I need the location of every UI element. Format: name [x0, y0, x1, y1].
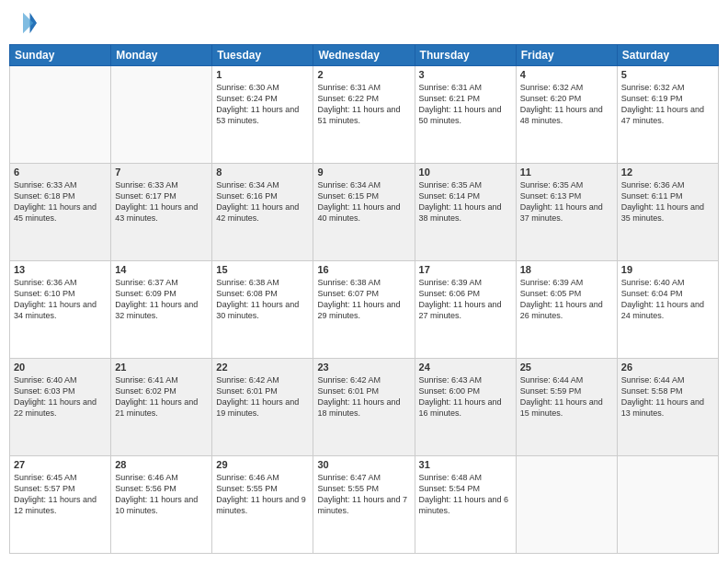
calendar-cell: 20Sunrise: 6:40 AM Sunset: 6:03 PM Dayli…: [10, 359, 111, 456]
weekday-header: Tuesday: [212, 45, 313, 66]
calendar-cell: 15Sunrise: 6:38 AM Sunset: 6:08 PM Dayli…: [212, 261, 313, 359]
day-number: 5: [621, 69, 714, 80]
weekday-header: Wednesday: [313, 45, 415, 66]
day-number: 7: [115, 167, 208, 178]
calendar-row: 1Sunrise: 6:30 AM Sunset: 6:24 PM Daylig…: [10, 66, 719, 164]
day-number: 12: [621, 167, 714, 178]
calendar-cell: 13Sunrise: 6:36 AM Sunset: 6:10 PM Dayli…: [10, 261, 111, 359]
calendar-row: 13Sunrise: 6:36 AM Sunset: 6:10 PM Dayli…: [10, 261, 719, 359]
cell-content: Sunrise: 6:30 AM Sunset: 6:24 PM Dayligh…: [216, 82, 309, 127]
cell-content: Sunrise: 6:38 AM Sunset: 6:08 PM Dayligh…: [216, 277, 309, 322]
calendar-row: 6Sunrise: 6:33 AM Sunset: 6:18 PM Daylig…: [10, 164, 719, 261]
calendar-cell: 25Sunrise: 6:44 AM Sunset: 5:59 PM Dayli…: [516, 359, 617, 456]
cell-content: Sunrise: 6:37 AM Sunset: 6:09 PM Dayligh…: [115, 277, 208, 322]
day-number: 19: [621, 264, 714, 275]
day-number: 29: [216, 459, 309, 470]
calendar-cell: 17Sunrise: 6:39 AM Sunset: 6:06 PM Dayli…: [415, 261, 516, 359]
cell-content: Sunrise: 6:39 AM Sunset: 6:06 PM Dayligh…: [419, 277, 512, 322]
weekday-header: Sunday: [10, 45, 111, 66]
cell-content: Sunrise: 6:46 AM Sunset: 5:56 PM Dayligh…: [115, 472, 208, 517]
day-number: 20: [14, 362, 107, 373]
cell-content: Sunrise: 6:42 AM Sunset: 6:01 PM Dayligh…: [216, 374, 309, 419]
day-number: 11: [520, 167, 613, 178]
calendar-cell: 31Sunrise: 6:48 AM Sunset: 5:54 PM Dayli…: [415, 456, 516, 554]
day-number: 14: [115, 264, 208, 275]
day-number: 18: [520, 264, 613, 275]
day-number: 1: [216, 69, 309, 80]
calendar-cell: 24Sunrise: 6:43 AM Sunset: 6:00 PM Dayli…: [415, 359, 516, 456]
day-number: 13: [14, 264, 107, 275]
calendar-cell: 7Sunrise: 6:33 AM Sunset: 6:17 PM Daylig…: [111, 164, 212, 261]
calendar-cell: 11Sunrise: 6:35 AM Sunset: 6:13 PM Dayli…: [516, 164, 617, 261]
day-number: 9: [317, 167, 410, 178]
calendar-cell: 26Sunrise: 6:44 AM Sunset: 5:58 PM Dayli…: [617, 359, 718, 456]
calendar-cell: 29Sunrise: 6:46 AM Sunset: 5:55 PM Dayli…: [212, 456, 313, 554]
cell-content: Sunrise: 6:48 AM Sunset: 5:54 PM Dayligh…: [419, 472, 512, 517]
day-number: 25: [520, 362, 613, 373]
calendar-row: 20Sunrise: 6:40 AM Sunset: 6:03 PM Dayli…: [10, 359, 719, 456]
calendar-cell: 18Sunrise: 6:39 AM Sunset: 6:05 PM Dayli…: [516, 261, 617, 359]
cell-content: Sunrise: 6:34 AM Sunset: 6:15 PM Dayligh…: [317, 179, 410, 224]
cell-content: Sunrise: 6:47 AM Sunset: 5:55 PM Dayligh…: [317, 472, 410, 517]
day-number: 30: [317, 459, 410, 470]
cell-content: Sunrise: 6:35 AM Sunset: 6:14 PM Dayligh…: [419, 179, 512, 224]
day-number: 16: [317, 264, 410, 275]
calendar-table: SundayMondayTuesdayWednesdayThursdayFrid…: [9, 44, 719, 554]
cell-content: Sunrise: 6:43 AM Sunset: 6:00 PM Dayligh…: [419, 374, 512, 419]
calendar-cell: 23Sunrise: 6:42 AM Sunset: 6:01 PM Dayli…: [313, 359, 415, 456]
header: [9, 9, 719, 37]
cell-content: Sunrise: 6:33 AM Sunset: 6:18 PM Dayligh…: [14, 179, 107, 224]
cell-content: Sunrise: 6:44 AM Sunset: 5:59 PM Dayligh…: [520, 374, 613, 419]
page: SundayMondayTuesdayWednesdayThursdayFrid…: [0, 0, 728, 563]
calendar-cell: 2Sunrise: 6:31 AM Sunset: 6:22 PM Daylig…: [313, 66, 415, 164]
calendar-cell: [516, 456, 617, 554]
cell-content: Sunrise: 6:34 AM Sunset: 6:16 PM Dayligh…: [216, 179, 309, 224]
cell-content: Sunrise: 6:40 AM Sunset: 6:03 PM Dayligh…: [14, 374, 107, 419]
day-number: 24: [419, 362, 512, 373]
day-number: 28: [115, 459, 208, 470]
weekday-header: Friday: [516, 45, 617, 66]
calendar-row: 27Sunrise: 6:45 AM Sunset: 5:57 PM Dayli…: [10, 456, 719, 554]
cell-content: Sunrise: 6:31 AM Sunset: 6:22 PM Dayligh…: [317, 82, 410, 127]
calendar-cell: 27Sunrise: 6:45 AM Sunset: 5:57 PM Dayli…: [10, 456, 111, 554]
calendar-cell: 10Sunrise: 6:35 AM Sunset: 6:14 PM Dayli…: [415, 164, 516, 261]
calendar-cell: 9Sunrise: 6:34 AM Sunset: 6:15 PM Daylig…: [313, 164, 415, 261]
day-number: 8: [216, 167, 309, 178]
calendar-cell: 19Sunrise: 6:40 AM Sunset: 6:04 PM Dayli…: [617, 261, 718, 359]
day-number: 21: [115, 362, 208, 373]
calendar-cell: 8Sunrise: 6:34 AM Sunset: 6:16 PM Daylig…: [212, 164, 313, 261]
cell-content: Sunrise: 6:41 AM Sunset: 6:02 PM Dayligh…: [115, 374, 208, 419]
day-number: 2: [317, 69, 410, 80]
cell-content: Sunrise: 6:32 AM Sunset: 6:20 PM Dayligh…: [520, 82, 613, 127]
cell-content: Sunrise: 6:33 AM Sunset: 6:17 PM Dayligh…: [115, 179, 208, 224]
calendar-cell: [617, 456, 718, 554]
calendar-cell: 5Sunrise: 6:32 AM Sunset: 6:19 PM Daylig…: [617, 66, 718, 164]
logo-icon: [9, 9, 37, 37]
cell-content: Sunrise: 6:44 AM Sunset: 5:58 PM Dayligh…: [621, 374, 714, 419]
calendar-cell: 28Sunrise: 6:46 AM Sunset: 5:56 PM Dayli…: [111, 456, 212, 554]
day-number: 10: [419, 167, 512, 178]
day-number: 31: [419, 459, 512, 470]
day-number: 26: [621, 362, 714, 373]
day-number: 15: [216, 264, 309, 275]
calendar-cell: 6Sunrise: 6:33 AM Sunset: 6:18 PM Daylig…: [10, 164, 111, 261]
day-number: 23: [317, 362, 410, 373]
weekday-header: Saturday: [617, 45, 718, 66]
day-number: 3: [419, 69, 512, 80]
cell-content: Sunrise: 6:35 AM Sunset: 6:13 PM Dayligh…: [520, 179, 613, 224]
cell-content: Sunrise: 6:38 AM Sunset: 6:07 PM Dayligh…: [317, 277, 410, 322]
calendar-cell: 4Sunrise: 6:32 AM Sunset: 6:20 PM Daylig…: [516, 66, 617, 164]
day-number: 4: [520, 69, 613, 80]
day-number: 27: [14, 459, 107, 470]
calendar-cell: 1Sunrise: 6:30 AM Sunset: 6:24 PM Daylig…: [212, 66, 313, 164]
calendar-cell: 3Sunrise: 6:31 AM Sunset: 6:21 PM Daylig…: [415, 66, 516, 164]
calendar-header-row: SundayMondayTuesdayWednesdayThursdayFrid…: [10, 45, 719, 66]
calendar-cell: 12Sunrise: 6:36 AM Sunset: 6:11 PM Dayli…: [617, 164, 718, 261]
cell-content: Sunrise: 6:40 AM Sunset: 6:04 PM Dayligh…: [621, 277, 714, 322]
cell-content: Sunrise: 6:31 AM Sunset: 6:21 PM Dayligh…: [419, 82, 512, 127]
calendar-cell: [111, 66, 212, 164]
day-number: 6: [14, 167, 107, 178]
weekday-header: Thursday: [415, 45, 516, 66]
cell-content: Sunrise: 6:36 AM Sunset: 6:10 PM Dayligh…: [14, 277, 107, 322]
weekday-header: Monday: [111, 45, 212, 66]
